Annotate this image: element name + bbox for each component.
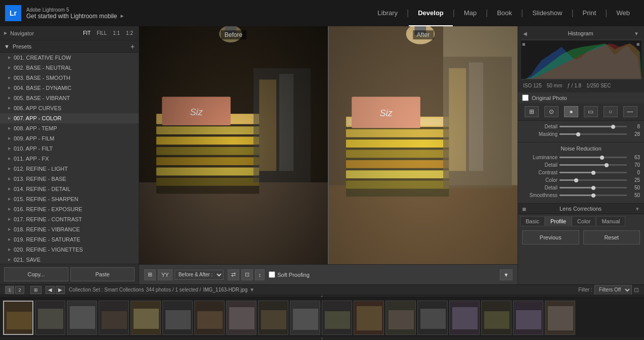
heal-tool[interactable]: ● — [564, 106, 578, 117]
nav-links: Library | Develop | Map | Book | Slidesh… — [368, 0, 639, 26]
preset-item-016[interactable]: ▶016. REFINE - EXPOSURE — [0, 204, 139, 214]
preset-item-011[interactable]: ▶011. APP - FX — [0, 154, 139, 164]
gradient-tool[interactable]: ○ — [604, 106, 618, 117]
masking-slider[interactable] — [560, 133, 627, 135]
copy-button[interactable]: Copy... — [4, 267, 68, 281]
filmstrip-thumb-3[interactable] — [67, 301, 97, 335]
preset-item-001[interactable]: ▶001. CREATIVE FLOW — [0, 53, 139, 63]
filmstrip-thumb-13[interactable] — [385, 301, 416, 335]
filmstrip-thumb-7[interactable] — [194, 301, 225, 335]
view-mode-button[interactable]: ⊞ — [144, 269, 156, 280]
preset-item-004[interactable]: ▶004. BASE - DYNAMIC — [0, 83, 139, 93]
preset-item-003[interactable]: ▶003. BASE - SMOOTH — [0, 73, 139, 83]
preset-item-010[interactable]: ▶010. APP - FILT — [0, 143, 139, 154]
masking-row: Masking 28 — [522, 131, 640, 137]
collection-info: Collection Set : Smart Collections 344 p… — [69, 287, 254, 293]
original-photo-checkbox[interactable] — [522, 94, 529, 101]
view-mode-select[interactable]: Before & After : — [175, 270, 224, 280]
svg-rect-46 — [38, 309, 63, 329]
preset-item-021[interactable]: ▶021. SAVE — [0, 255, 139, 264]
preset-item-012[interactable]: ▶012. REFINE - LIGHT — [0, 164, 139, 174]
nav-library[interactable]: Library — [368, 0, 407, 26]
filmstrip-thumb-8[interactable] — [226, 301, 256, 335]
filmstrip-thumb-17[interactable] — [513, 301, 543, 335]
preset-item-019[interactable]: ▶019. REFINE - SATURATE — [0, 234, 139, 245]
grid-tool[interactable]: ⊞ — [525, 106, 539, 117]
original-photo-label: Original Photo — [532, 95, 567, 101]
nav-develop[interactable]: Develop — [409, 0, 453, 26]
crop-tool[interactable]: ⊙ — [544, 106, 559, 117]
view-fill[interactable]: FILL — [95, 30, 108, 36]
preset-item-017[interactable]: ▶017. REFINE - CONTRAST — [0, 214, 139, 224]
nav-web[interactable]: Web — [608, 0, 639, 26]
nav-slideshow[interactable]: Slideshow — [523, 0, 571, 26]
yt-button[interactable]: YY — [158, 269, 173, 280]
filmstrip-thumb-1[interactable] — [3, 301, 33, 335]
view-1-1[interactable]: 1:1 — [111, 30, 121, 36]
nr-detail-slider[interactable] — [560, 164, 627, 166]
nav-print[interactable]: Print — [574, 0, 606, 26]
filmstrip-thumb-11[interactable] — [322, 301, 352, 335]
detail-slider[interactable] — [560, 126, 627, 127]
lens-tab-basic[interactable]: Basic — [520, 216, 545, 226]
tagline-arrow[interactable]: ► — [119, 13, 124, 19]
add-preset-button[interactable]: + — [131, 42, 135, 51]
filmstrip-thumb-10[interactable] — [290, 301, 320, 335]
navigator-label: Navigator — [10, 30, 34, 36]
bottom-resize[interactable] — [0, 337, 644, 340]
filmstrip-thumb-15[interactable] — [449, 301, 480, 335]
soft-proofing-checkbox[interactable] — [269, 271, 275, 278]
nav-map[interactable]: Map — [455, 0, 486, 26]
view-1-2[interactable]: 1:2 — [124, 30, 135, 36]
preset-item-014[interactable]: ▶014. REFINE - DETAIL — [0, 184, 139, 194]
filmstrip-thumb-14[interactable] — [417, 301, 448, 335]
hsl-tool[interactable]: — — [623, 106, 637, 117]
reset-button[interactable]: Reset — [583, 230, 640, 245]
copy-settings-button[interactable]: ⊡ — [241, 269, 253, 280]
paste-button[interactable]: Paste — [70, 267, 135, 281]
color-detail-slider[interactable] — [560, 187, 627, 188]
filter-select[interactable]: Filters Off — [594, 285, 632, 295]
after-image: Siz — [329, 26, 518, 264]
brush-tool[interactable]: ▭ — [584, 106, 598, 117]
preset-item-015[interactable]: ▶015. REFINE - SHARPEN — [0, 194, 139, 204]
preset-item-005[interactable]: ▶005. BASE - VIBRANT — [0, 93, 139, 103]
lens-tab-manual[interactable]: Manual — [596, 216, 625, 226]
preset-item-018[interactable]: ▶018. REFINE - VIBRANCE — [0, 224, 139, 234]
next-arrow[interactable]: ▶ — [56, 286, 65, 294]
filmstrip-thumb-9[interactable] — [258, 301, 288, 335]
preset-item-008[interactable]: ▶008. APP - TEMP — [0, 123, 139, 133]
filmstrip-thumb-5[interactable] — [131, 301, 161, 335]
grid-view-button[interactable]: ⊞ — [30, 286, 41, 294]
smoothness-label: Smoothness — [522, 192, 557, 198]
filmstrip-thumb-4[interactable] — [99, 301, 129, 335]
filmstrip-thumb-6[interactable] — [162, 301, 193, 335]
filmstrip-thumb-12[interactable] — [354, 301, 384, 335]
filmstrip-thumb-2[interactable] — [35, 301, 65, 335]
filename-dropdown[interactable]: ▼ — [249, 287, 254, 293]
layout-button[interactable]: ↕ — [255, 269, 265, 280]
filmstrip-thumb-18[interactable] — [545, 301, 575, 335]
preset-item-020[interactable]: ▶020. REFINE - VIGNETTES — [0, 245, 139, 255]
expand-icon[interactable]: ⊡ — [634, 286, 639, 294]
toolbar-dropdown[interactable]: ▼ — [500, 269, 512, 280]
filmstrip-thumb-16[interactable] — [481, 301, 511, 335]
preset-item-013[interactable]: ▶013. REFINE - BASE — [0, 174, 139, 184]
color-slider[interactable] — [560, 179, 627, 181]
nav-book[interactable]: Book — [488, 0, 521, 26]
prev-arrow[interactable]: ◀ — [46, 286, 55, 294]
preset-item-006[interactable]: ▶006. APP CURVES — [0, 103, 139, 113]
preset-item-009[interactable]: ▶009. APP - FILM — [0, 133, 139, 143]
preset-item-007[interactable]: ▶007. APP - COLOR — [0, 113, 139, 123]
smoothness-slider[interactable] — [560, 195, 627, 196]
lens-tab-profile[interactable]: Profile — [545, 216, 572, 226]
page-2-button[interactable]: 2 — [15, 286, 24, 294]
lens-tab-color[interactable]: Color — [572, 216, 596, 226]
previous-button[interactable]: Previous — [522, 230, 579, 245]
page-1-button[interactable]: 1 — [5, 286, 14, 294]
contrast-slider[interactable] — [560, 172, 627, 173]
swap-button[interactable]: ⇄ — [228, 269, 239, 280]
luminance-slider[interactable] — [560, 157, 627, 158]
preset-item-002[interactable]: ▶002. BASE - NEUTRAL — [0, 63, 139, 73]
view-fit[interactable]: FIT — [81, 30, 92, 36]
